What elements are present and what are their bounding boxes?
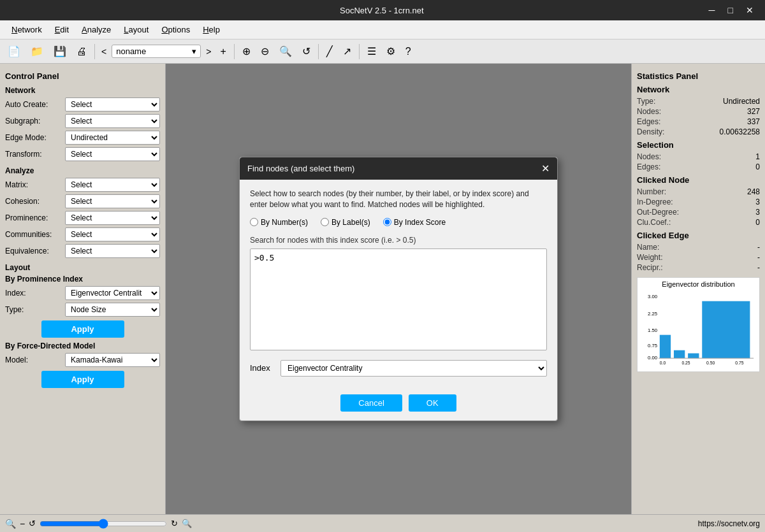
new-file-button[interactable]: 📄 (4, 43, 24, 60)
radio-index-label: By Index Score (394, 218, 446, 227)
auto-create-select[interactable]: Select (65, 97, 160, 111)
help-button[interactable]: ? (402, 43, 415, 60)
menu-network[interactable]: Network (5, 22, 48, 37)
node-number-value: 248 (747, 187, 760, 196)
model-label: Model: (5, 356, 62, 364)
y-label-075: 0.75 (648, 343, 657, 349)
filter-button[interactable]: ☰ (363, 43, 380, 60)
model-select[interactable]: Kamada-Kawai (65, 353, 160, 367)
menu-layout[interactable]: Layout (117, 22, 155, 37)
transform-label: Transform: (5, 150, 62, 159)
clicked-node-title: Clicked Node (637, 175, 760, 185)
zoom-icon-minus: − (20, 519, 25, 529)
edge-name-label: Name: (637, 243, 659, 252)
save-file-button[interactable]: 💾 (50, 43, 70, 60)
edge-mode-label: Edge Mode: (5, 133, 62, 142)
matrix-select[interactable]: Select (65, 178, 160, 192)
prominence-select[interactable]: Select (65, 211, 160, 225)
communities-select[interactable]: Select (65, 227, 160, 241)
node-number-label: Number: (637, 187, 666, 196)
clu-coef-value: 0 (755, 218, 760, 227)
index-row: Index: Eigenvector Centralit (5, 286, 160, 300)
pointer-tool-button[interactable]: ↗ (339, 43, 355, 60)
matrix-row: Matrix: Select (5, 178, 160, 192)
subgraph-label: Subgraph: (5, 117, 62, 126)
network-dropdown[interactable]: noname ▾ (112, 45, 201, 58)
bar-1 (660, 335, 671, 359)
edge-mode-select[interactable]: Undirected (65, 131, 160, 145)
transform-select[interactable]: Select (65, 147, 160, 161)
menu-help[interactable]: Help (196, 22, 226, 37)
search-type-group: By Number(s) By Label(s) By Index Score (250, 218, 547, 227)
index-dropdown[interactable]: Eigenvector Centrality Degree Centrality… (280, 360, 547, 377)
window-title: SocNetV 2.5 - 1crn.net (59, 6, 705, 15)
cohesion-select[interactable]: Select (65, 194, 160, 208)
by-force-title: By Force-Directed Model (5, 341, 160, 350)
print-button[interactable]: 🖨 (73, 43, 91, 60)
model-row: Model: Kamada-Kawai (5, 353, 160, 367)
bar-3 (688, 354, 699, 359)
rotate-button[interactable]: ↺ (298, 43, 314, 60)
radio-by-label[interactable]: By Label(s) (321, 218, 370, 227)
cancel-button[interactable]: Cancel (340, 394, 402, 412)
separator-1 (94, 44, 95, 59)
communities-label: Communities: (5, 230, 62, 239)
index-field-label: Index (250, 363, 275, 373)
network-section-title: Network (5, 86, 160, 95)
apply-prominence-button[interactable]: Apply (41, 320, 124, 338)
clu-coef-label: Clu.Coef.: (637, 218, 671, 227)
modal-body: Select how to search nodes (by their num… (240, 180, 557, 394)
edge-weight-value: - (757, 253, 760, 262)
analyze-section-title: Analyze (5, 166, 160, 175)
in-degree-row: In-Degree: 3 (637, 198, 760, 206)
nav-prev-button[interactable]: < (99, 45, 109, 58)
subgraph-row: Subgraph: Select (5, 114, 160, 128)
dropdown-arrow-icon: ▾ (192, 47, 196, 56)
menu-edit[interactable]: Edit (48, 22, 75, 37)
clu-coef-row: Clu.Coef.: 0 (637, 218, 760, 227)
open-file-button[interactable]: 📁 (27, 43, 47, 60)
zoom-in-status-icon[interactable]: 🔍 (182, 519, 192, 528)
equivalence-label: Equivalence: (5, 247, 62, 255)
title-bar: SocNetV 2.5 - 1crn.net ─ □ ✕ (0, 0, 765, 20)
cohesion-label: Cohesion: (5, 197, 62, 206)
subgraph-select[interactable]: Select (65, 114, 160, 128)
statistics-panel: Statistics Panel Network Type: Undirecte… (631, 64, 765, 514)
statistics-panel-title: Statistics Panel (637, 71, 760, 81)
network-name: noname (116, 47, 146, 56)
modal-footer: Cancel OK (240, 394, 557, 421)
menu-analyze[interactable]: Analyze (75, 22, 117, 37)
x-label-050: 0.50 (706, 361, 715, 365)
close-button[interactable]: ✕ (742, 4, 757, 17)
prominence-row: Prominence: Select (5, 211, 160, 225)
apply-force-button[interactable]: Apply (41, 371, 124, 388)
equivalence-select[interactable]: Select (65, 244, 160, 258)
zoom-in-button[interactable]: ⊕ (238, 43, 254, 60)
refresh-icon: ↺ (29, 519, 36, 528)
type-select[interactable]: Node Size (65, 303, 160, 317)
settings-button[interactable]: ⚙ (382, 43, 399, 60)
nav-next-button[interactable]: > (203, 45, 214, 58)
sel-edges-stat-label: Edges: (637, 162, 660, 171)
radio-number-label: By Number(s) (261, 218, 308, 227)
refresh-right-icon[interactable]: ↻ (171, 519, 178, 528)
zoom-fit-button[interactable]: 🔍 (275, 43, 296, 60)
ok-button[interactable]: OK (409, 394, 456, 412)
add-network-button[interactable]: + (216, 43, 229, 60)
sel-nodes-stat-label: Nodes: (637, 152, 661, 161)
zoom-out-icon[interactable]: 🔍 (5, 519, 16, 529)
line-tool-button[interactable]: ╱ (323, 43, 337, 60)
minimize-button[interactable]: ─ (705, 4, 719, 17)
search-input[interactable]: >0.5 (250, 248, 547, 350)
type-stat-label: Type: (637, 97, 655, 106)
modal-overlay: Find nodes (and select them) ✕ Select ho… (166, 64, 631, 514)
index-select[interactable]: Eigenvector Centralit (65, 286, 160, 300)
menu-options[interactable]: Options (155, 22, 196, 37)
edge-recipr-row: Recipr.: - (637, 263, 760, 272)
radio-by-index[interactable]: By Index Score (383, 218, 446, 227)
zoom-out-button[interactable]: ⊖ (257, 43, 273, 60)
zoom-slider[interactable] (40, 519, 167, 529)
modal-close-button[interactable]: ✕ (541, 162, 550, 175)
maximize-button[interactable]: □ (724, 4, 737, 17)
radio-by-number[interactable]: By Number(s) (250, 218, 308, 227)
